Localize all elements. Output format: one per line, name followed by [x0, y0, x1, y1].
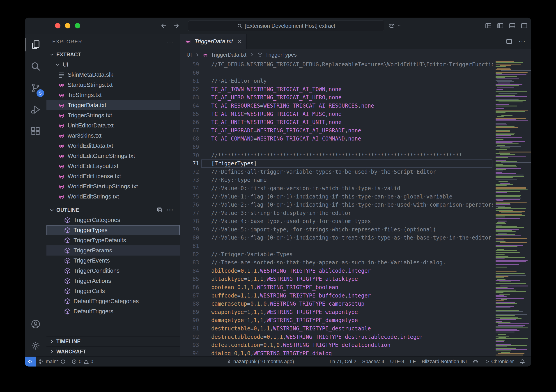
- folder-ui[interactable]: UI: [46, 60, 180, 70]
- code-line-92[interactable]: 92destructablecode=0,1,1,WESTRING_TRIGTY…: [180, 333, 493, 341]
- git-blame-status[interactable]: nazarpunk (10 months ago): [223, 357, 297, 367]
- copilot-status[interactable]: [470, 357, 481, 367]
- notifications-status[interactable]: [517, 357, 528, 367]
- close-window-button[interactable]: [55, 23, 61, 28]
- zoom-window-button[interactable]: [75, 23, 80, 28]
- code-line-91[interactable]: 91destructable=0,1,1,WESTRING_TRIGTYPE_d…: [180, 325, 493, 333]
- outline-item-TriggerCategories[interactable]: TriggerCategories: [46, 215, 180, 225]
- code-line-59[interactable]: 59//TC_DEBUG=WESTRING_TRIGCAT_DEBUG,Repl…: [180, 60, 493, 69]
- activity-search[interactable]: [25, 55, 46, 77]
- code-line-77[interactable]: 77//·Value·3:·string·to·display·in·the·e…: [180, 209, 493, 217]
- collapse-all-icon[interactable]: [157, 207, 162, 213]
- activity-accounts[interactable]: [25, 313, 46, 335]
- code-line-69[interactable]: 69: [180, 143, 493, 151]
- customize-layout-icon[interactable]: [485, 22, 492, 29]
- code-line-73[interactable]: 73//·Key:·type·name: [180, 176, 493, 184]
- code-line-72[interactable]: 72//·Defines·all·trigger·variable·types·…: [180, 168, 493, 176]
- code-line-67[interactable]: 67TC_AI_UPGRADE=WESTRING_TRIGCAT_AI_UPGR…: [180, 126, 493, 135]
- code-line-80[interactable]: 80//·Value·6:·flag·(0·or·1)·indicating·t…: [180, 234, 493, 242]
- outline-item-TriggerTypeDefaults[interactable]: TriggerTypeDefaults: [46, 235, 180, 245]
- code-line-82[interactable]: 82//·Trigger·Variable·Types: [180, 250, 493, 259]
- code-line-79[interactable]: 79//·Value·5:·import·type,·for·strings·w…: [180, 226, 493, 234]
- forward-icon[interactable]: [172, 22, 180, 30]
- language-mode-status[interactable]: Blizzard Notation INI: [419, 357, 470, 367]
- minimap[interactable]: [493, 60, 531, 357]
- toggle-panel-icon[interactable]: [509, 22, 516, 29]
- code-line-74[interactable]: 74//·Value·0:·first·game·version·in·whic…: [180, 184, 493, 193]
- code-line-94[interactable]: 94dialog=0,1,0,WESTRING_TRIGTYPE_dialog: [180, 349, 493, 357]
- code-line-70[interactable]: 70//************************************…: [180, 151, 493, 160]
- code-editor[interactable]: 59//TC_DEBUG=WESTRING_TRIGCAT_DEBUG,Repl…: [180, 60, 493, 357]
- file-item-StartupStrings.txt[interactable]: StartupStrings.txt: [46, 80, 180, 90]
- outline-item-TriggerParams[interactable]: TriggerParams: [46, 245, 180, 256]
- section-extract[interactable]: EXTRACT: [46, 50, 180, 60]
- code-line-78[interactable]: 78//·Value·4:·base·type,·used·only·for·c…: [180, 217, 493, 226]
- encoding-status[interactable]: UTF-8: [387, 357, 407, 367]
- more-actions-icon[interactable]: ···: [167, 38, 174, 45]
- code-line-84[interactable]: 84abilcode=0,1,1,WESTRING_TRIGTYPE_abilc…: [180, 267, 493, 275]
- code-line-66[interactable]: 66TC_AI_UNIT=WESTRING_TRIGCAT_AI_UNIT,no…: [180, 118, 493, 126]
- breadcrumb-item-file[interactable]: TriggerData.txt: [211, 52, 247, 58]
- code-line-65[interactable]: 65TC_AI_MISC=WESTRING_TRIGCAT_AI_MISC,no…: [180, 110, 493, 118]
- task-status[interactable]: Chronicler: [481, 357, 517, 367]
- outline-item-TriggerEvents[interactable]: TriggerEvents: [46, 256, 180, 266]
- code-line-88[interactable]: 88camerasetup=0,1,0,WESTRING_TRIGTYPE_ca…: [180, 300, 493, 308]
- file-item-WorldEditStartupStrings.txt[interactable]: WorldEditStartupStrings.txt: [46, 181, 180, 191]
- branch-status[interactable]: main*: [36, 357, 69, 367]
- outline-item-TriggerActions[interactable]: TriggerActions: [46, 276, 180, 286]
- remote-indicator[interactable]: [25, 357, 36, 367]
- toggle-primary-sidebar-icon[interactable]: [497, 22, 504, 29]
- breadcrumb-item-ui[interactable]: UI: [186, 52, 192, 58]
- code-line-87[interactable]: 87buffcode=1,1,1,WESTRING_TRIGTYPE_buffc…: [180, 292, 493, 300]
- outline-item-TriggerCalls[interactable]: TriggerCalls: [46, 286, 180, 296]
- code-line-61[interactable]: 61//·AI·Editor·only: [180, 77, 493, 85]
- eol-status[interactable]: LF: [407, 357, 419, 367]
- more-actions-icon[interactable]: ···: [167, 207, 174, 214]
- file-item-war3skins.txt[interactable]: war3skins.txt: [46, 131, 180, 141]
- code-line-90[interactable]: 90damagetype=1,1,1,WESTRING_TRIGTYPE_dam…: [180, 316, 493, 325]
- section-warcraft[interactable]: WARCRAFT: [46, 346, 180, 357]
- file-item-TipStrings.txt[interactable]: TipStrings.txt: [46, 90, 180, 100]
- code-line-68[interactable]: 68TC_AI_COMMAND=WESTRING_TRIGCAT_AI_COMM…: [180, 135, 493, 143]
- indentation-status[interactable]: Spaces: 4: [359, 357, 387, 367]
- file-item-WorldEditGameStrings.txt[interactable]: WorldEditGameStrings.txt: [46, 151, 180, 161]
- minimize-window-button[interactable]: [65, 23, 70, 28]
- code-line-89[interactable]: 89weapontype=1,1,1,WESTRING_TRIGTYPE_wea…: [180, 308, 493, 316]
- breadcrumb-item-symbol[interactable]: TriggerTypes: [265, 52, 297, 58]
- file-item-UnitEditorData.txt[interactable]: UnitEditorData.txt: [46, 120, 180, 131]
- code-line-86[interactable]: 86boolean=0,1,1,WESTRING_TRIGTYPE_boolea…: [180, 283, 493, 292]
- code-line-64[interactable]: 64TC_AI_RESOURCES=WESTRING_TRIGCAT_AI_RE…: [180, 102, 493, 110]
- tab-triggerdata[interactable]: TriggerData.txt ×: [180, 34, 247, 49]
- activity-settings[interactable]: [25, 335, 46, 357]
- code-line-62[interactable]: 62TC_AI_TOWN=WESTRING_TRIGCAT_AI_TOWN,no…: [180, 85, 493, 94]
- cursor-position-status[interactable]: Ln 71, Col 2: [327, 357, 359, 367]
- activity-extensions[interactable]: [25, 120, 46, 142]
- outline-item-DefaultTriggerCategories[interactable]: DefaultTriggerCategories: [46, 296, 180, 306]
- file-item-SkinMetaData.slk[interactable]: SkinMetaData.slk: [46, 70, 180, 80]
- code-line-60[interactable]: 60: [180, 69, 493, 77]
- code-line-75[interactable]: 75//·Value·1:·flag·(0·or·1)·indicating·i…: [180, 193, 493, 201]
- activity-run-debug[interactable]: [25, 99, 46, 120]
- section-timeline[interactable]: TIMELINE: [46, 336, 180, 346]
- code-line-81[interactable]: 81: [180, 242, 493, 250]
- code-line-85[interactable]: 85attacktype=1,1,1,WESTRING_TRIGTYPE_att…: [180, 275, 493, 283]
- sync-icon[interactable]: [60, 359, 66, 364]
- activity-source-control[interactable]: 5: [25, 77, 46, 99]
- code-line-71[interactable]: 71[TriggerTypes]: [180, 159, 493, 168]
- split-editor-icon[interactable]: [506, 38, 512, 45]
- outline-item-TriggerConditions[interactable]: TriggerConditions: [46, 266, 180, 276]
- file-item-WorldEditStrings.txt[interactable]: WorldEditStrings.txt: [46, 191, 180, 202]
- section-outline[interactable]: OUTLINE ···: [46, 205, 180, 215]
- activity-explorer[interactable]: [25, 34, 46, 55]
- close-tab-icon[interactable]: ×: [237, 38, 241, 45]
- outline-item-TriggerTypes[interactable]: TriggerTypes: [46, 225, 180, 235]
- code-line-83[interactable]: 83//·These·are·sorted·so·that·they·appea…: [180, 259, 493, 267]
- command-center-search[interactable]: [Extension Development Host] extract: [188, 21, 384, 31]
- file-item-WorldEditLicense.txt[interactable]: WorldEditLicense.txt: [46, 171, 180, 181]
- code-line-76[interactable]: 76//·Value·2:·flag·(0·or·1)·indicating·i…: [180, 201, 493, 209]
- problems-status[interactable]: 0 0: [69, 357, 96, 367]
- outline-item-DefaultTriggers[interactable]: DefaultTriggers: [46, 306, 180, 316]
- file-item-TriggerData.txt[interactable]: TriggerData.txt: [46, 100, 180, 110]
- more-actions-icon[interactable]: ···: [518, 38, 526, 45]
- copilot-menu-button[interactable]: [388, 18, 401, 34]
